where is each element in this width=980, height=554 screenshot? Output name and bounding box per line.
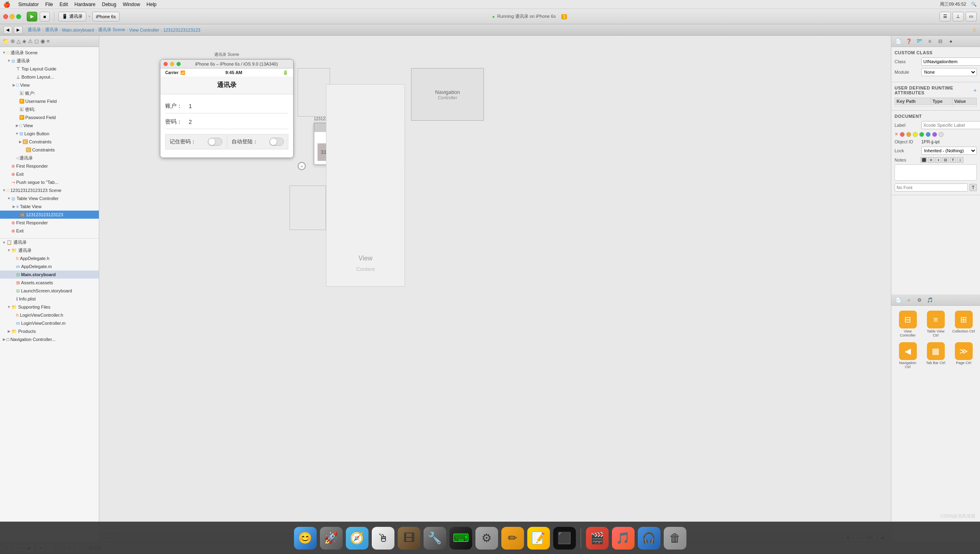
tree-main-storyboard[interactable]: ⊟ Main.storyboard <box>0 271 99 279</box>
tree-tongxun[interactable]: ◁ 通讯录 <box>0 154 99 162</box>
tree-constraints[interactable]: ▶ C Constraints <box>0 138 99 146</box>
navigator-toggle[interactable]: ☰ <box>940 12 951 21</box>
warning-badge[interactable]: 3 <box>561 14 567 19</box>
tree-通讯录-vc[interactable]: ▼ ◎ 通讯录 <box>0 57 99 65</box>
nav-log-icon[interactable]: ≡ <box>47 38 50 44</box>
obj-filter-btn[interactable]: 📄 <box>894 296 903 305</box>
dock-terminal[interactable]: ⌨ <box>450 527 472 550</box>
obj-navc-item[interactable]: ◀ Navigation Ctrl <box>895 341 921 371</box>
dock-music[interactable]: 🎵 <box>612 527 635 550</box>
dock-launchpad[interactable]: 🚀 <box>320 527 343 550</box>
breadcrumb-vc[interactable]: View Controller <box>129 28 159 32</box>
nav-filter-icon[interactable]: △ <box>17 38 21 44</box>
tree-login-btn[interactable]: ▼ ⊟ Login Button <box>0 130 99 138</box>
run-button[interactable]: ▶ <box>27 12 37 21</box>
menu-help[interactable]: Help <box>147 2 157 7</box>
utilities-toggle[interactable]: ▭ <box>965 12 977 21</box>
menu-window[interactable]: Window <box>123 2 140 7</box>
tree-launch-storyboard[interactable]: ⊟ LaunchScreen.storyboard <box>0 287 99 295</box>
breadcrumb-id[interactable]: 123123123123123 <box>163 28 200 32</box>
tree-first-responder[interactable]: ⊛ First Responder <box>0 162 99 170</box>
nav-issue-icon[interactable]: ⚠ <box>28 38 33 44</box>
dock-prefs[interactable]: ⚙ <box>475 527 498 550</box>
justify-btn[interactable]: ⊟ <box>942 157 949 163</box>
menu-hardware[interactable]: Hardware <box>75 2 96 7</box>
storyboard-canvas[interactable]: 通讯录 Scene iPhone 6s – iPhone 6s / iOS 9.… <box>99 36 891 533</box>
tree-group[interactable]: ▼ 📁 通讯录 <box>0 246 99 254</box>
debug-toggle[interactable]: ⊥ <box>952 12 964 21</box>
obj-settings-btn[interactable]: ⚙ <box>915 296 924 305</box>
obj-media-btn[interactable]: 🎵 <box>925 296 934 305</box>
breadcrumb-file[interactable]: Main.storyboard <box>62 28 94 32</box>
lock-select[interactable]: Inherited - (Nothing) <box>921 147 977 155</box>
obj-cvc-item[interactable]: ⊞ Collection Ctrl <box>950 309 977 339</box>
forward-button[interactable]: ▶ <box>14 26 23 34</box>
attribute-inspector-btn[interactable]: ≡ <box>925 37 934 46</box>
format-btn-1[interactable]: T <box>950 157 956 163</box>
nav-profile-icon[interactable]: ◉ <box>40 38 45 44</box>
dock-black-app[interactable]: ⬛ <box>553 527 576 550</box>
tree-segue[interactable]: ⇢ Push segue to "Tab... <box>0 178 99 186</box>
font-input[interactable] <box>895 183 968 192</box>
tree-123-item[interactable]: ◁ 123123123123123 <box>0 211 99 219</box>
iphone-minimize[interactable] <box>170 62 174 66</box>
color-dot-gray[interactable] <box>939 132 944 137</box>
nav-branch-icon[interactable]: ◈ <box>22 38 26 44</box>
tree-top-layout[interactable]: ⊤ Top Layout Guide <box>0 65 99 73</box>
tree-info-plist[interactable]: ℹ Info.plist <box>0 295 99 303</box>
font-btn[interactable]: T <box>969 184 977 191</box>
tree-products[interactable]: ▶ 📁 Products <box>0 327 99 335</box>
connection-inspector-btn[interactable]: ● <box>946 37 955 46</box>
breadcrumb-group[interactable]: 通讯录 <box>45 27 58 33</box>
username-input[interactable] <box>185 103 288 109</box>
tree-view[interactable]: ▶ □ View <box>0 81 99 89</box>
tree-supporting[interactable]: ▼ 📁 Supporting Files <box>0 303 99 311</box>
obj-tvc-item[interactable]: ≡ Table View Ctrl <box>922 309 949 339</box>
warning-icon[interactable]: ⚠ <box>972 27 977 33</box>
tree-view-2[interactable]: ▶ □ View <box>0 121 99 130</box>
tree-password-field[interactable]: F Password Field <box>0 113 99 121</box>
color-dot-blue[interactable] <box>926 132 931 137</box>
label-input[interactable] <box>921 121 980 129</box>
obj-pagec-item[interactable]: ≫ Page Ctrl <box>950 341 977 371</box>
tree-table-view[interactable]: ▶ ≡ Table View <box>0 202 99 211</box>
add-runtime-btn[interactable]: + <box>974 87 977 94</box>
dock-trash[interactable]: 🗑 <box>664 527 686 550</box>
dock-sketch[interactable]: ✏ <box>501 527 524 550</box>
tree-login-m[interactable]: m LoginViewController.m <box>0 319 99 327</box>
dock-itunes[interactable]: 🎧 <box>638 527 660 550</box>
tree-nav-project[interactable]: ▼ 📋 通讯录 <box>0 238 99 246</box>
scene-123-scene[interactable]: ▼ □ 123123123123123 Scene <box>0 186 99 194</box>
nav-search-icon[interactable]: ⊕ <box>11 38 15 44</box>
tree-appdelegate-m[interactable]: m AppDelegate.m <box>0 262 99 271</box>
tree-username-field[interactable]: F Username Field <box>0 97 99 105</box>
format-btn-2[interactable]: ↕ <box>957 157 963 163</box>
size-inspector-btn[interactable]: ⊟ <box>936 37 945 46</box>
dock-finder[interactable]: 😊 <box>294 527 317 550</box>
dock-video[interactable]: 🎬 <box>586 527 609 550</box>
tree-appdelegate-h[interactable]: h AppDelegate.h <box>0 254 99 262</box>
menu-edit[interactable]: Edit <box>60 2 68 7</box>
quick-help-btn[interactable]: ❓ <box>904 37 913 46</box>
device-button[interactable]: iPhone 6s <box>92 12 119 21</box>
password-input[interactable] <box>185 119 288 125</box>
nav-folder-icon[interactable]: 📁 <box>2 38 9 44</box>
dock-tools[interactable]: 🔧 <box>424 527 446 550</box>
remove-color-btn[interactable]: ✕ <box>895 132 898 137</box>
stop-button[interactable]: ■ <box>40 12 50 21</box>
scene-通讯录-scene[interactable]: ▼ □ 通讯录 Scene <box>0 49 99 57</box>
tree-login-h[interactable]: h LoginViewController.h <box>0 311 99 319</box>
maximize-button[interactable] <box>16 14 21 19</box>
notes-textarea[interactable] <box>895 164 977 181</box>
breadcrumb-scene[interactable]: 通讯录 Scene <box>98 27 125 33</box>
apple-menu[interactable]: 🍎 <box>3 1 10 8</box>
tree-bottom-layout[interactable]: ⊥ Bottom Layout... <box>0 73 99 81</box>
tree-nav-controller[interactable]: ▶ □ Navigation Controller... <box>0 335 99 343</box>
nav-test-icon[interactable]: ◻ <box>34 38 39 44</box>
dock-iphoto[interactable]: 🎞 <box>398 527 420 550</box>
color-dot-yellow[interactable] <box>913 132 918 137</box>
tree-password-label[interactable]: L 密码: <box>0 105 99 113</box>
minimize-button[interactable] <box>10 14 15 19</box>
color-dot-green[interactable] <box>919 132 924 137</box>
color-dot-purple[interactable] <box>932 132 937 137</box>
